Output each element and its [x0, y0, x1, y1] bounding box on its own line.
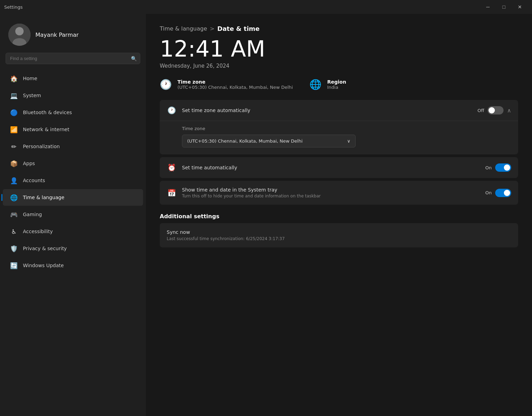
sidebar-item-accessibility[interactable]: ♿Accessibility: [3, 223, 143, 240]
sync-sub: Last successful time synchronization: 6/…: [167, 236, 511, 241]
region-value: India: [327, 85, 346, 90]
app-title: Settings: [4, 5, 23, 10]
system-label: System: [23, 93, 41, 98]
minimize-button[interactable]: ─: [480, 1, 496, 12]
timezone-dropdown[interactable]: (UTC+05:30) Chennai, Kolkata, Mumbai, Ne…: [182, 135, 356, 147]
timezone-auto-icon: 🕐: [167, 106, 176, 114]
privacy-security-icon: 🛡️: [10, 244, 18, 253]
time-auto-controls: On: [485, 163, 511, 172]
windows-update-icon: 🔄: [10, 261, 18, 270]
personalization-label: Personalization: [23, 144, 60, 149]
timezone-details: Time zone (UTC+05:30) Chennai, Kolkata, …: [177, 79, 293, 90]
show-tray-label-group: Show time and date in the System tray Tu…: [182, 187, 480, 198]
info-row: 🕐 Time zone (UTC+05:30) Chennai, Kolkata…: [160, 79, 518, 90]
timezone-value: (UTC+05:30) Chennai, Kolkata, Mumbai, Ne…: [177, 85, 293, 90]
search-box[interactable]: 🔍: [6, 53, 140, 64]
close-button[interactable]: ✕: [512, 1, 528, 12]
network-icon: 📶: [10, 125, 18, 134]
time-auto-label: Set time automatically: [182, 165, 480, 170]
sidebar-item-time-language[interactable]: 🌐Time & language: [3, 189, 143, 206]
timezone-info: 🕐 Time zone (UTC+05:30) Chennai, Kolkata…: [160, 79, 293, 90]
sidebar-item-personalization[interactable]: ✏️Personalization: [3, 138, 143, 155]
time-language-label: Time & language: [23, 195, 64, 200]
set-timezone-auto-header[interactable]: 🕐 Set time zone automatically Off ∧: [160, 100, 518, 121]
region-details: Region India: [327, 79, 346, 90]
set-time-auto-row: ⏰ Set time automatically On: [160, 157, 518, 178]
timezone-auto-status: Off: [477, 108, 484, 113]
breadcrumb-current: Date & time: [217, 25, 260, 32]
home-icon: 🏠: [10, 74, 18, 83]
apps-icon: 📦: [10, 159, 18, 168]
region-label: Region: [327, 79, 346, 85]
nav-list: 🏠Home💻System🔵Bluetooth & devices📶Network…: [0, 68, 146, 275]
time-auto-toggle[interactable]: [495, 163, 511, 172]
timezone-auto-body: Time zone (UTC+05:30) Chennai, Kolkata, …: [160, 121, 518, 154]
sidebar-item-privacy-security[interactable]: 🛡️Privacy & security: [3, 240, 143, 257]
time-language-icon: 🌐: [10, 193, 18, 202]
sidebar-item-system[interactable]: 💻System: [3, 87, 143, 104]
breadcrumb-separator: >: [210, 25, 214, 32]
set-timezone-auto-card: 🕐 Set time zone automatically Off ∧ Time…: [160, 100, 518, 154]
titlebar: Settings ─ □ ✕: [0, 0, 532, 14]
sidebar-item-home[interactable]: 🏠Home: [3, 70, 143, 87]
network-label: Network & internet: [23, 127, 69, 132]
sidebar-item-bluetooth[interactable]: 🔵Bluetooth & devices: [3, 104, 143, 121]
username: Mayank Parmar: [35, 32, 78, 38]
sidebar: Mayank Parmar 🔍 🏠Home💻System🔵Bluetooth &…: [0, 14, 146, 416]
timezone-auto-label: Set time zone automatically: [182, 108, 472, 113]
search-icon: 🔍: [131, 56, 137, 61]
timezone-auto-toggle[interactable]: [488, 106, 504, 114]
show-tray-label: Show time and date in the System tray: [182, 187, 480, 193]
timezone-auto-controls: Off ∧: [477, 106, 511, 114]
time-auto-status: On: [485, 165, 492, 170]
user-profile: Mayank Parmar: [0, 14, 146, 53]
accessibility-icon: ♿: [10, 227, 18, 236]
svg-point-1: [15, 27, 24, 35]
apps-label: Apps: [23, 161, 35, 166]
search-input[interactable]: [6, 53, 140, 64]
maximize-button[interactable]: □: [496, 1, 512, 12]
show-tray-toggle[interactable]: [495, 189, 511, 197]
breadcrumb: Time & language > Date & time: [160, 25, 518, 32]
gaming-label: Gaming: [23, 212, 42, 217]
show-tray-status: On: [485, 190, 492, 195]
sidebar-item-apps[interactable]: 📦Apps: [3, 155, 143, 172]
windows-update-label: Windows Update: [23, 263, 64, 268]
timezone-label: Time zone: [177, 79, 293, 85]
set-time-auto-card: ⏰ Set time automatically On: [160, 157, 518, 178]
bluetooth-icon: 🔵: [10, 108, 18, 117]
sidebar-item-windows-update[interactable]: 🔄Windows Update: [3, 257, 143, 274]
timezone-icon: 🕐: [160, 79, 172, 90]
region-info: 🌐 Region India: [309, 79, 346, 90]
timezone-dropdown-value: (UTC+05:30) Chennai, Kolkata, Mumbai, Ne…: [187, 138, 302, 144]
current-time: 12:41 AM: [160, 38, 518, 60]
additional-settings-title: Additional settings: [160, 213, 518, 220]
timezone-auto-chevron[interactable]: ∧: [507, 107, 511, 114]
gaming-icon: 🎮: [10, 210, 18, 219]
show-tray-controls: On: [485, 189, 511, 197]
sidebar-item-accounts[interactable]: 👤Accounts: [3, 172, 143, 189]
sidebar-item-gaming[interactable]: 🎮Gaming: [3, 206, 143, 223]
accessibility-label: Accessibility: [23, 229, 53, 234]
privacy-security-label: Privacy & security: [23, 246, 67, 251]
app-container: Mayank Parmar 🔍 🏠Home💻System🔵Bluetooth &…: [0, 14, 532, 416]
accounts-label: Accounts: [23, 178, 45, 183]
timezone-dropdown-chevron: ∨: [347, 138, 350, 144]
accounts-icon: 👤: [10, 176, 18, 185]
show-tray-card: 📅 Show time and date in the System tray …: [160, 181, 518, 205]
sync-card: Sync now Last successful time synchroniz…: [160, 223, 518, 247]
sync-label: Sync now: [167, 229, 511, 235]
personalization-icon: ✏️: [10, 142, 18, 151]
avatar: [8, 24, 31, 46]
tray-icon: 📅: [167, 189, 176, 197]
main-content: Time & language > Date & time 12:41 AM W…: [146, 14, 532, 416]
window-controls: ─ □ ✕: [480, 1, 528, 12]
breadcrumb-parent: Time & language: [160, 25, 207, 32]
timezone-dropdown-label: Time zone: [182, 121, 511, 131]
show-tray-sub: Turn this off to hide your time and date…: [182, 194, 480, 198]
region-icon: 🌐: [309, 79, 322, 90]
sidebar-item-network[interactable]: 📶Network & internet: [3, 121, 143, 138]
system-icon: 💻: [10, 91, 18, 100]
home-label: Home: [23, 76, 37, 81]
time-auto-icon: ⏰: [167, 163, 176, 172]
